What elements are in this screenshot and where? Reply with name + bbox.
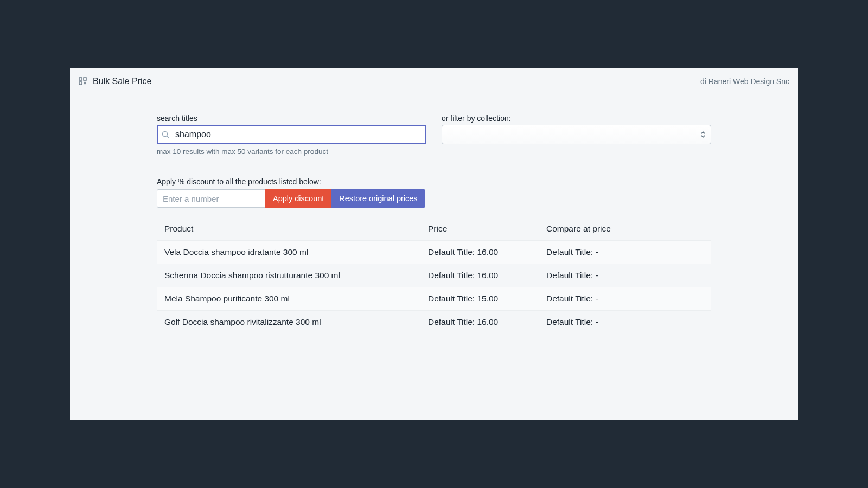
cell-compare: Default Title: - bbox=[546, 247, 704, 257]
cell-price: Default Title: 16.00 bbox=[428, 247, 546, 257]
search-input-wrap bbox=[157, 125, 426, 144]
search-hint: max 10 results with max 50 variants for … bbox=[157, 147, 426, 156]
discount-input[interactable] bbox=[157, 189, 265, 208]
cell-product: Scherma Doccia shampoo ristrutturante 30… bbox=[164, 271, 428, 280]
table-row: Mela Shampoo purificante 300 ml Default … bbox=[157, 287, 711, 311]
discount-controls: Apply discount Restore original prices bbox=[157, 189, 711, 208]
search-input[interactable] bbox=[157, 125, 426, 144]
col-header-price: Price bbox=[428, 224, 546, 234]
app-window: Bulk Sale Price di Raneri Web Design Snc… bbox=[70, 68, 798, 420]
app-logo-icon bbox=[79, 77, 87, 86]
search-field-group: search titles max 10 results with max 50… bbox=[157, 114, 426, 156]
app-header: Bulk Sale Price di Raneri Web Design Snc bbox=[70, 68, 798, 94]
svg-rect-1 bbox=[84, 78, 86, 80]
svg-rect-0 bbox=[79, 78, 82, 80]
table-row: Golf Doccia shampoo rivitalizzante 300 m… bbox=[157, 311, 711, 333]
cell-product: Mela Shampoo purificante 300 ml bbox=[164, 294, 428, 304]
collection-select[interactable] bbox=[442, 125, 711, 144]
restore-prices-button[interactable]: Restore original prices bbox=[331, 189, 425, 208]
cell-product: Vela Doccia shampoo idratante 300 ml bbox=[164, 247, 428, 257]
table-header-row: Product Price Compare at price bbox=[157, 217, 711, 241]
collection-label: or filter by collection: bbox=[442, 114, 711, 123]
table-row: Vela Doccia shampoo idratante 300 ml Def… bbox=[157, 241, 711, 264]
search-icon bbox=[161, 130, 170, 139]
cell-price: Default Title: 16.00 bbox=[428, 317, 546, 327]
cell-price: Default Title: 16.00 bbox=[428, 271, 546, 280]
discount-label: Apply % discount to all the products lis… bbox=[157, 177, 711, 186]
discount-section: Apply % discount to all the products lis… bbox=[157, 177, 711, 208]
search-label: search titles bbox=[157, 114, 426, 123]
cell-compare: Default Title: - bbox=[546, 294, 704, 304]
svg-line-4 bbox=[167, 136, 169, 138]
cell-price: Default Title: 15.00 bbox=[428, 294, 546, 304]
products-table: Product Price Compare at price Vela Docc… bbox=[157, 217, 711, 333]
cell-compare: Default Title: - bbox=[546, 317, 704, 327]
table-row: Scherma Doccia shampoo ristrutturante 30… bbox=[157, 264, 711, 287]
filter-row: search titles max 10 results with max 50… bbox=[157, 114, 711, 156]
col-header-product: Product bbox=[164, 224, 428, 234]
cell-compare: Default Title: - bbox=[546, 271, 704, 280]
collection-field-group: or filter by collection: bbox=[442, 114, 711, 156]
app-credit: di Raneri Web Design Snc bbox=[700, 77, 789, 86]
col-header-compare: Compare at price bbox=[546, 224, 704, 234]
apply-discount-button[interactable]: Apply discount bbox=[265, 189, 331, 208]
app-header-left: Bulk Sale Price bbox=[79, 76, 152, 86]
content: search titles max 10 results with max 50… bbox=[70, 94, 798, 333]
collection-select-wrap bbox=[442, 125, 711, 144]
cell-product: Golf Doccia shampoo rivitalizzante 300 m… bbox=[164, 317, 428, 327]
app-title: Bulk Sale Price bbox=[93, 76, 152, 86]
svg-rect-2 bbox=[79, 82, 82, 85]
